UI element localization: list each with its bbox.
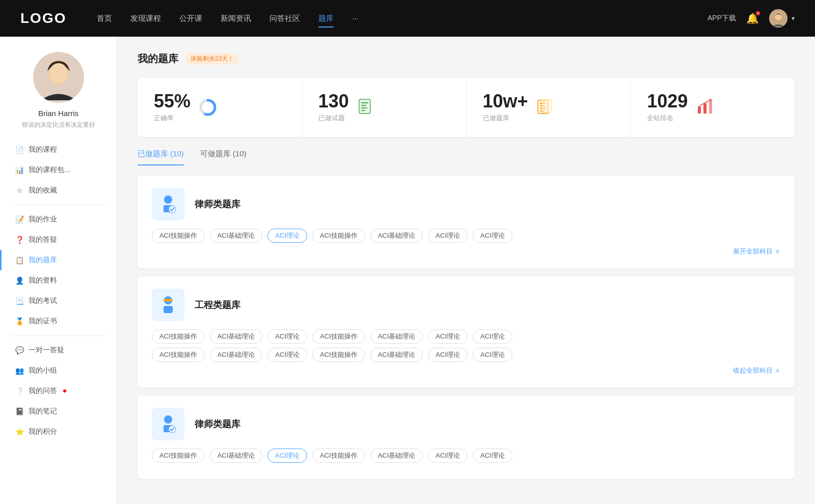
stat-done-questions-label: 已做试题 bbox=[318, 114, 349, 123]
tag-eng-1-2[interactable]: ACI基础理论 bbox=[210, 329, 263, 344]
sidebar-item-group[interactable]: 👥 我的小组 bbox=[0, 360, 117, 381]
sidebar: Brian Harris 错误的决定比没有决定要好 📄 我的课程 📊 我的课程包… bbox=[0, 37, 117, 504]
svg-rect-12 bbox=[361, 110, 365, 111]
sidebar-label-homework: 我的作业 bbox=[29, 215, 57, 224]
tag-eng-2-4[interactable]: ACI技能操作 bbox=[312, 348, 365, 362]
tag-lawyer-2-7[interactable]: ACI理论 bbox=[473, 449, 512, 463]
tag-eng-2-1[interactable]: ACI技能操作 bbox=[152, 348, 205, 362]
tag-lawyer-2-1[interactable]: ACI技能操作 bbox=[152, 449, 205, 463]
tag-lawyer-1-5[interactable]: ACI基础理论 bbox=[370, 229, 423, 243]
note-icon: 📓 bbox=[15, 407, 23, 415]
tag-eng-2-2[interactable]: ACI基础理论 bbox=[210, 348, 263, 362]
tags-row-engineer-2: ACI技能操作 ACI基础理论 ACI理论 ACI技能操作 ACI基础理论 AC… bbox=[152, 348, 780, 362]
tag-lawyer-2-6[interactable]: ACI理论 bbox=[428, 449, 468, 463]
svg-point-7 bbox=[204, 103, 212, 111]
svg-rect-11 bbox=[361, 107, 367, 108]
sidebar-label-course: 我的课程 bbox=[29, 145, 57, 154]
sidebar-item-question[interactable]: ❓ 我的答疑 bbox=[0, 230, 117, 250]
svg-rect-10 bbox=[361, 105, 366, 106]
tag-eng-1-1[interactable]: ACI技能操作 bbox=[152, 329, 205, 344]
tag-eng-2-3[interactable]: ACI理论 bbox=[267, 348, 307, 362]
app-download-link[interactable]: APP下载 bbox=[708, 14, 736, 23]
lawyer-icon-2 bbox=[152, 408, 184, 440]
nav-discover[interactable]: 发现课程 bbox=[130, 12, 161, 25]
doc-icon: 📄 bbox=[15, 146, 23, 154]
sidebar-label-exam: 我的考试 bbox=[29, 296, 57, 305]
svg-rect-8 bbox=[359, 99, 370, 114]
page-title: 我的题库 bbox=[138, 52, 178, 66]
user-avatar-wrap[interactable]: ▾ bbox=[769, 9, 795, 27]
donut-icon bbox=[198, 97, 218, 118]
sidebar-label-score: 我的积分 bbox=[29, 427, 57, 436]
lawyer-icon-1 bbox=[152, 188, 184, 220]
tag-lawyer-1-3[interactable]: ACI理论 bbox=[267, 229, 307, 243]
logo[interactable]: LOGO bbox=[20, 10, 66, 26]
tag-lawyer-1-7[interactable]: ACI理论 bbox=[473, 229, 512, 243]
tag-eng-1-4[interactable]: ACI技能操作 bbox=[312, 329, 365, 344]
stat-accuracy-main: 55% 正确率 bbox=[154, 92, 191, 123]
nav-qbank[interactable]: 题库 bbox=[318, 12, 334, 25]
tags-row-engineer-1: ACI技能操作 ACI基础理论 ACI理论 ACI技能操作 ACI基础理论 AC… bbox=[152, 329, 780, 344]
qbank-name-lawyer-1: 律师类题库 bbox=[195, 198, 240, 210]
tag-lawyer-1-1[interactable]: ACI技能操作 bbox=[152, 229, 205, 243]
sidebar-item-oneone[interactable]: 💬 一对一答疑 bbox=[0, 340, 117, 360]
tag-lawyer-2-5[interactable]: ACI基础理论 bbox=[370, 449, 423, 463]
sidebar-item-package[interactable]: 📊 我的课程包... bbox=[0, 160, 117, 180]
notification-bell[interactable]: 🔔 bbox=[746, 12, 759, 24]
sidebar-label-collect: 我的收藏 bbox=[29, 186, 57, 195]
tag-lawyer-1-6[interactable]: ACI理论 bbox=[428, 229, 468, 243]
svg-rect-20 bbox=[703, 103, 707, 114]
tag-eng-1-3[interactable]: ACI理论 bbox=[267, 329, 307, 344]
tag-lawyer-1-2[interactable]: ACI基础理论 bbox=[210, 229, 263, 243]
svg-rect-9 bbox=[361, 102, 368, 103]
sidebar-item-homework[interactable]: 📝 我的作业 bbox=[0, 209, 117, 230]
divider-2 bbox=[10, 335, 106, 336]
tag-lawyer-2-2[interactable]: ACI基础理论 bbox=[210, 449, 263, 463]
expand-link-lawyer-1[interactable]: 展开全部科目 ∨ bbox=[152, 247, 780, 256]
profile-icon: 👤 bbox=[15, 276, 23, 285]
page-header: 我的题库 体验剩余23天！ bbox=[138, 52, 795, 66]
sidebar-item-exam[interactable]: 📃 我的考试 bbox=[0, 291, 117, 311]
qbank-card-engineer: 工程类题库 ACI技能操作 ACI基础理论 ACI理论 ACI技能操作 ACI基… bbox=[138, 276, 795, 387]
tag-eng-1-5[interactable]: ACI基础理论 bbox=[370, 329, 423, 344]
tag-eng-1-6[interactable]: ACI理论 bbox=[428, 329, 468, 344]
nav-home[interactable]: 首页 bbox=[97, 12, 112, 25]
svg-point-4 bbox=[49, 63, 68, 83]
chevron-down-icon: ▾ bbox=[792, 15, 795, 22]
score-icon: ⭐ bbox=[15, 428, 23, 436]
nav-news[interactable]: 新闻资讯 bbox=[221, 12, 251, 25]
tab-done[interactable]: 已做题库 (10) bbox=[138, 149, 184, 165]
sidebar-label-question: 我的答疑 bbox=[29, 235, 57, 244]
tag-eng-1-7[interactable]: ACI理论 bbox=[473, 329, 512, 344]
sidebar-item-score[interactable]: ⭐ 我的积分 bbox=[0, 422, 117, 442]
sidebar-item-note[interactable]: 📓 我的笔记 bbox=[0, 401, 117, 422]
sidebar-item-qbank[interactable]: 📋 我的题库 bbox=[0, 250, 117, 270]
tag-eng-2-6[interactable]: ACI理论 bbox=[428, 348, 468, 362]
tag-lawyer-2-3[interactable]: ACI理论 bbox=[267, 449, 307, 463]
tag-lawyer-2-4[interactable]: ACI技能操作 bbox=[312, 449, 365, 463]
sidebar-label-group: 我的小组 bbox=[29, 366, 57, 375]
star-icon: ☆ bbox=[15, 186, 23, 194]
sidebar-item-myqa[interactable]: ❔ 我的问答 bbox=[0, 381, 117, 401]
chart-icon: 📊 bbox=[15, 166, 23, 174]
stat-done-banks-main: 10w+ 已做题库 bbox=[483, 92, 528, 123]
sidebar-item-profile[interactable]: 👤 我的资料 bbox=[0, 270, 117, 291]
sidebar-item-collect[interactable]: ☆ 我的收藏 bbox=[0, 180, 117, 201]
tag-eng-2-5[interactable]: ACI基础理论 bbox=[370, 348, 423, 362]
sidebar-item-course[interactable]: 📄 我的课程 bbox=[0, 139, 117, 160]
stat-done-banks-value: 10w+ bbox=[483, 92, 528, 110]
sidebar-label-qbank: 我的题库 bbox=[29, 256, 57, 265]
tab-todo[interactable]: 可做题库 (10) bbox=[200, 149, 247, 165]
stat-done-questions: 130 已做试题 bbox=[302, 78, 467, 137]
engineer-icon bbox=[152, 289, 184, 321]
tag-eng-2-7[interactable]: ACI理论 bbox=[473, 348, 512, 362]
tag-lawyer-1-4[interactable]: ACI技能操作 bbox=[312, 229, 365, 243]
nav-open[interactable]: 公开课 bbox=[179, 12, 202, 25]
collapse-link-engineer[interactable]: 收起全部科目 ∧ bbox=[152, 366, 780, 375]
nav-more[interactable]: ··· bbox=[352, 12, 359, 25]
nav-qa[interactable]: 问答社区 bbox=[269, 12, 300, 25]
sidebar-item-cert[interactable]: 🏅 我的证书 bbox=[0, 311, 117, 331]
divider-1 bbox=[10, 205, 106, 205]
svg-rect-21 bbox=[709, 100, 712, 114]
qbank-card-lawyer-1: 律师类题库 ACI技能操作 ACI基础理论 ACI理论 ACI技能操作 ACI基… bbox=[138, 176, 795, 268]
